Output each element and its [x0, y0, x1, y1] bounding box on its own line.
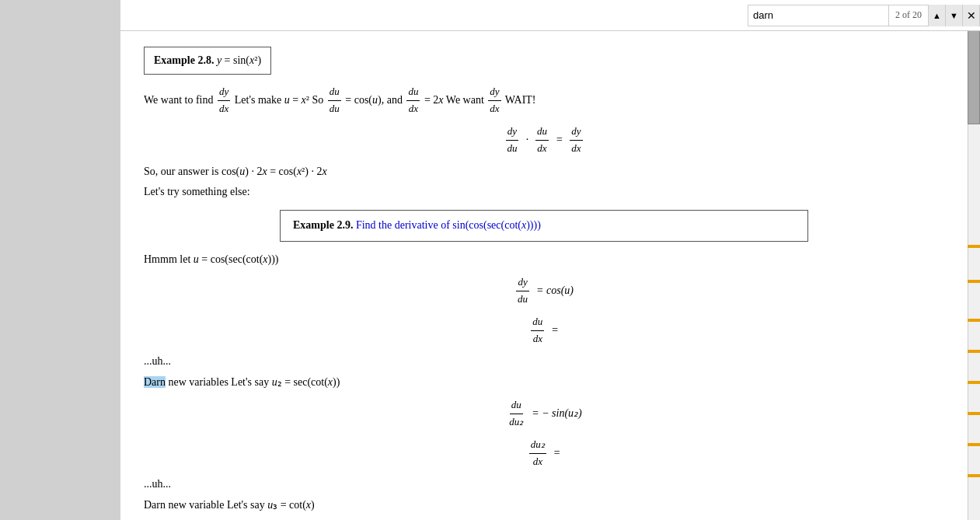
example-29-label: Example 2.9.	[293, 219, 353, 231]
example-29-box: Example 2.9. Find the derivative of sin(…	[280, 210, 808, 241]
uh-2: ...uh...	[144, 476, 944, 493]
nav-down-button[interactable]: ▼	[945, 5, 962, 26]
nav-up-button[interactable]: ▲	[928, 5, 945, 26]
scroll-match-7	[968, 412, 980, 415]
right-scrollbar[interactable]	[968, 0, 980, 520]
darn-line-1: Darn new variables Let's say u₂ = sec(co…	[144, 374, 944, 391]
top-bar: 2 of 20 ▲ ▼ ✕	[120, 0, 968, 31]
try-line: Let's try something else:	[144, 183, 944, 201]
du2-dx-blank: du₂ dx =	[144, 437, 944, 470]
left-sidebar	[0, 0, 120, 520]
example-28-label: Example 2.8.	[154, 54, 214, 66]
dy-dx-inline: dy dx	[216, 94, 235, 106]
example-29-text: Find the derivative of sin(cos(sec(cot(x…	[356, 219, 541, 231]
search-box: 2 of 20 ▲ ▼ ✕	[748, 5, 968, 26]
du-du2-block: du du₂ = − sin(u₂)	[144, 397, 944, 431]
scroll-match-5	[968, 350, 980, 353]
search-count: 2 of 20	[888, 5, 928, 26]
line-1: We want to find dy dx Let's make u = x² …	[144, 84, 944, 117]
dy-du-block: dy du = cos(u)	[144, 274, 944, 308]
darn-line-2: Darn new variable Let's say u₃ = cot(x)	[144, 497, 944, 514]
scroll-match-4	[968, 319, 980, 322]
example-28-text: y = sin(x²)	[217, 54, 261, 66]
search-input[interactable]	[748, 8, 888, 23]
close-button[interactable]: ✕	[962, 5, 968, 26]
scroll-match-8	[968, 443, 980, 446]
uh-1: ...uh...	[144, 353, 944, 370]
hmmm-line: Hmmm let u = cos(sec(cot(x)))	[144, 251, 944, 268]
content-body: Example 2.8. y = sin(x²) We want to find…	[144, 47, 944, 520]
scroll-match-3	[968, 280, 980, 283]
chain-rule-block: dy du · du dx = dy dx	[144, 124, 944, 157]
darn-highlight-1: Darn	[144, 376, 166, 388]
scroll-match-9	[968, 474, 980, 477]
main-content: 2 of 20 ▲ ▼ ✕ Example 2.8. y = sin(x²) W…	[120, 0, 968, 520]
scroll-match-2	[968, 245, 980, 248]
scroll-match-6	[968, 381, 980, 384]
example-28-box: Example 2.8. y = sin(x²)	[144, 47, 271, 75]
du-dx-blank: du dx =	[144, 314, 944, 347]
answer-line: So, our answer is cos(u) · 2x = cos(x²) …	[144, 163, 944, 180]
